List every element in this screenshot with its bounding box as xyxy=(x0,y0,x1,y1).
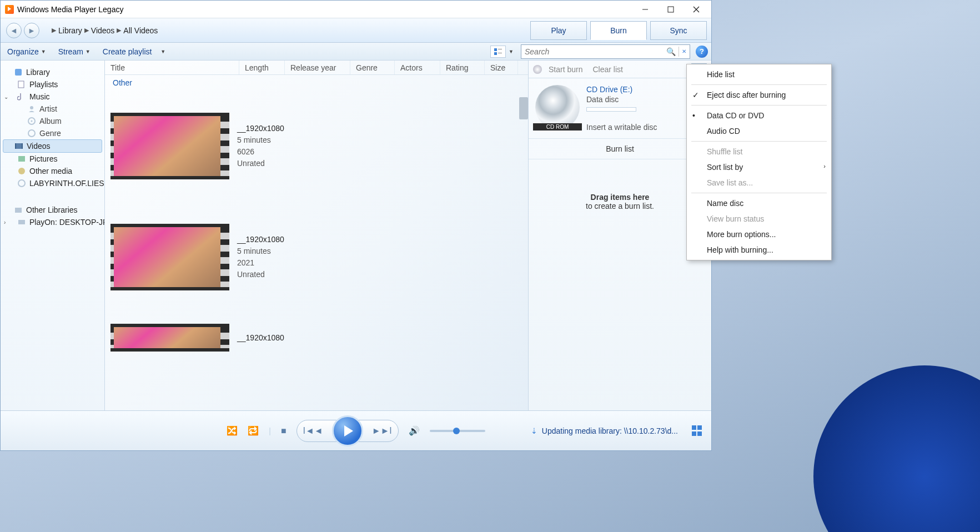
menu-audio-cd[interactable]: Audio CD xyxy=(687,123,831,139)
video-item[interactable]: __1920x1080 5 minutes 6026 Unrated xyxy=(105,91,528,202)
close-button[interactable] xyxy=(684,1,709,18)
svg-point-18 xyxy=(18,168,25,174)
sidebar-item-album[interactable]: Album xyxy=(1,115,104,127)
col-genre[interactable]: Genre xyxy=(350,61,395,74)
disc-capacity-bar xyxy=(586,107,636,112)
tab-burn[interactable]: Burn xyxy=(590,21,647,40)
chevron-right-icon: ▶ xyxy=(117,27,121,34)
burn-list-empty[interactable]: Drag items here to create a burn list. xyxy=(529,159,711,410)
collapse-icon[interactable]: ⌄ xyxy=(4,94,8,100)
sidebar-item-videos[interactable]: Videos xyxy=(3,139,102,153)
col-release[interactable]: Release year xyxy=(285,61,350,74)
app-window: Windows Media Player Legacy ◄ ► ▶ Librar… xyxy=(0,0,712,451)
sync-icon: ⇣ xyxy=(531,426,537,435)
menu-eject[interactable]: ✓Eject disc after burning xyxy=(687,87,831,103)
cd-rom-icon xyxy=(535,85,580,129)
bullet-icon: • xyxy=(692,111,695,120)
help-icon[interactable]: ? xyxy=(696,46,708,58)
video-title: __1920x1080 xyxy=(237,234,284,245)
sidebar-item-music[interactable]: ⌄Music xyxy=(1,91,104,103)
tab-sync[interactable]: Sync xyxy=(650,21,707,40)
svg-point-10 xyxy=(30,106,33,109)
sidebar-item-labyrinth[interactable]: LABYRINTH.OF.LIES.2 xyxy=(1,177,104,189)
create-playlist-button[interactable]: Create playlist ▼ xyxy=(99,46,169,57)
video-length: 5 minutes xyxy=(237,134,284,146)
svg-rect-16 xyxy=(22,143,23,149)
minimize-button[interactable] xyxy=(632,1,658,18)
sidebar-item-playlists[interactable]: Playlists xyxy=(1,78,104,91)
burn-pane: Start burn Clear list ▼ CD Drive (E:) Da… xyxy=(528,61,711,410)
disc-icon xyxy=(533,65,542,74)
svg-rect-1 xyxy=(668,7,674,12)
menu-shuffle: Shuffle list xyxy=(687,144,831,159)
col-title[interactable]: Title xyxy=(105,61,239,74)
shuffle-icon[interactable]: 🔀 xyxy=(227,425,238,436)
menu-save: Save list as... xyxy=(687,175,831,190)
video-item[interactable]: __1920x1080 xyxy=(105,313,528,374)
forward-button[interactable]: ► xyxy=(24,23,39,38)
burn-list-header: Burn list xyxy=(529,139,711,159)
back-button[interactable]: ◄ xyxy=(6,23,22,38)
search-icon[interactable]: 🔍 xyxy=(666,47,676,56)
playback-bar: 🔀 🔁 | ■ I◄◄ ►►I 🔊 ⇣ Updating media libra… xyxy=(1,410,711,450)
toolbar: Organize▼ Stream▼ Create playlist ▼ ▼ 🔍 … xyxy=(1,43,711,61)
next-icon[interactable]: ►►I xyxy=(372,426,392,436)
drag-hint: Drag items here xyxy=(591,193,650,202)
breadcrumb-library[interactable]: Library xyxy=(58,26,82,35)
search-dropdown-icon[interactable]: ✕ xyxy=(682,48,686,54)
organize-button[interactable]: Organize▼ xyxy=(4,46,49,57)
sidebar-item-other-media[interactable]: Other media xyxy=(1,165,104,177)
scrollbar[interactable] xyxy=(519,97,528,119)
video-item[interactable]: __1920x1080 5 minutes 2021 Unrated xyxy=(105,202,528,313)
drive-name[interactable]: CD Drive (E:) xyxy=(586,85,657,94)
col-size[interactable]: Size xyxy=(485,61,518,74)
repeat-icon[interactable]: 🔁 xyxy=(248,425,259,436)
content-area: Title Length Release year Genre Actors R… xyxy=(105,61,528,410)
col-actors[interactable]: Actors xyxy=(395,61,440,74)
search-input[interactable] xyxy=(525,47,666,56)
sidebar-item-other-libraries[interactable]: Other Libraries xyxy=(1,204,104,216)
burn-options-menu: Hide list ✓Eject disc after burning •Dat… xyxy=(686,64,832,260)
sidebar-item-pictures[interactable]: Pictures xyxy=(1,153,104,165)
menu-view-status: View burn status xyxy=(687,211,831,227)
view-options-button[interactable] xyxy=(490,46,506,58)
status-text: Updating media library: \\10.10.2.73\d..… xyxy=(542,426,678,435)
volume-icon[interactable]: 🔊 xyxy=(409,425,420,436)
previous-icon[interactable]: I◄◄ xyxy=(303,426,323,436)
col-length[interactable]: Length xyxy=(239,61,285,74)
stream-button[interactable]: Stream▼ xyxy=(55,46,94,57)
menu-help[interactable]: Help with burning... xyxy=(687,242,831,258)
svg-point-12 xyxy=(31,121,33,122)
menu-name-disc[interactable]: Name disc xyxy=(687,195,831,211)
svg-rect-15 xyxy=(15,143,16,149)
menu-more-options[interactable]: More burn options... xyxy=(687,227,831,242)
drag-hint-sub: to create a burn list. xyxy=(586,202,654,210)
clear-list-button[interactable]: Clear list xyxy=(592,65,622,74)
search-box[interactable]: 🔍 ✕ xyxy=(521,44,690,59)
view-dropdown-icon[interactable]: ▼ xyxy=(507,49,515,54)
stop-icon[interactable]: ■ xyxy=(281,426,287,436)
video-length: 5 minutes xyxy=(237,245,284,257)
video-title: __1920x1080 xyxy=(237,123,284,134)
video-title: __1920x1080 xyxy=(237,332,284,344)
sidebar: Library Playlists ⌄Music Artist Album Ge… xyxy=(1,61,105,410)
sidebar-item-playon[interactable]: ›PlayOn: DESKTOP-JPJ xyxy=(1,216,104,228)
switch-view-icon[interactable] xyxy=(691,425,703,437)
column-headers: Title Length Release year Genre Actors R… xyxy=(105,61,528,75)
volume-slider[interactable] xyxy=(430,430,485,432)
tab-play[interactable]: Play xyxy=(530,21,587,40)
svg-rect-9 xyxy=(18,81,24,88)
svg-rect-5 xyxy=(498,49,502,49)
col-rating[interactable]: Rating xyxy=(440,61,485,74)
sidebar-item-artist[interactable]: Artist xyxy=(1,103,104,115)
menu-data-cd[interactable]: •Data CD or DVD xyxy=(687,108,831,123)
maximize-button[interactable] xyxy=(658,1,684,18)
breadcrumb-videos[interactable]: Videos xyxy=(91,26,115,35)
menu-hide-list[interactable]: Hide list xyxy=(687,67,831,82)
menu-sort[interactable]: Sort list by› xyxy=(687,159,831,175)
sidebar-item-library[interactable]: Library xyxy=(1,66,104,78)
breadcrumb-all-videos[interactable]: All Videos xyxy=(123,26,158,35)
expand-icon[interactable]: › xyxy=(4,219,6,225)
sidebar-item-genre[interactable]: Genre xyxy=(1,127,104,139)
play-button[interactable] xyxy=(332,415,363,446)
